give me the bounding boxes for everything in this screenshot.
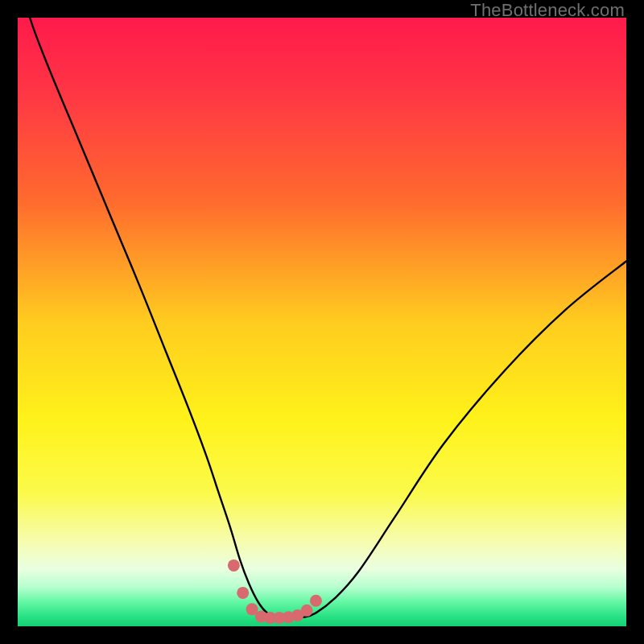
gradient-background bbox=[18, 18, 626, 626]
marker-dot bbox=[228, 559, 240, 572]
marker-dot bbox=[237, 587, 249, 599]
chart-frame bbox=[18, 18, 626, 626]
marker-dot bbox=[301, 605, 313, 617]
watermark-text: TheBottleneck.com bbox=[470, 0, 625, 21]
chart-svg bbox=[18, 18, 626, 626]
marker-dot bbox=[310, 595, 322, 607]
